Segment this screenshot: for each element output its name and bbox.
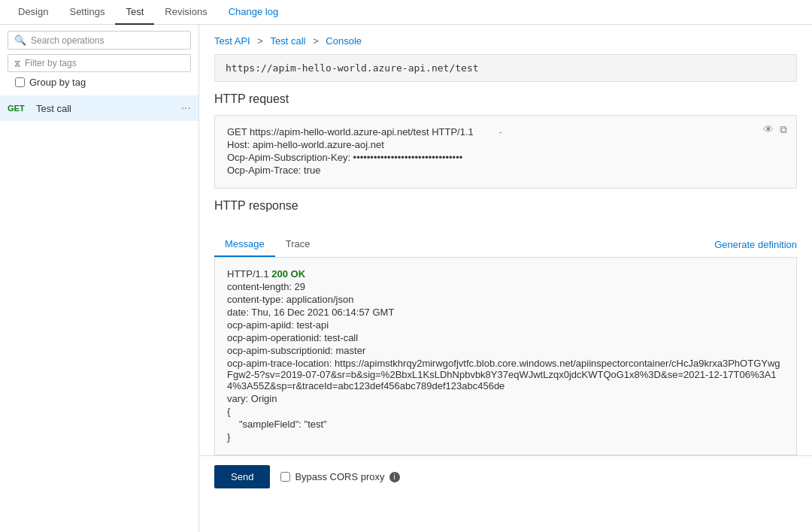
tab-settings[interactable]: Settings xyxy=(59,0,115,25)
group-by-label[interactable]: Group by tag xyxy=(29,77,86,88)
request-line-3: Ocp-Apim-Subscription-Key: •••••••••••••… xyxy=(227,152,784,163)
request-line-4: Ocp-Apim-Trace: true xyxy=(227,165,784,176)
response-line-6: ocp-apim-operationid: test-call xyxy=(227,332,784,343)
response-line-9: vary: Origin xyxy=(227,393,784,404)
response-line-11: "sampleField": "test" xyxy=(227,419,784,430)
response-line-3: content-type: application/json xyxy=(227,294,784,305)
breadcrumb-console[interactable]: Console xyxy=(326,35,362,47)
sidebar: 🔍 ⧖ Group by tag GET Test call ··· xyxy=(0,25,199,532)
group-by-checkbox-row: Group by tag xyxy=(8,72,191,92)
http-response-title: HTTP response xyxy=(214,199,797,213)
http-request-section: HTTP request 👁 ⧉ GET https://apim-hello-… xyxy=(199,92,812,199)
content-area: Test API > Test call > Console https://a… xyxy=(199,25,812,532)
search-input[interactable] xyxy=(31,35,184,46)
tab-test[interactable]: Test xyxy=(115,0,154,25)
response-line-12: } xyxy=(227,431,784,443)
response-body: HTTP/1.1 200 OK content-length: 29 conte… xyxy=(214,258,797,455)
request-line-2: Host: apim-hello-world.azure-aoj.net xyxy=(227,139,784,150)
url-bar: https://apim-hello-world.azure-api.net/t… xyxy=(214,54,797,82)
http-request-title: HTTP request xyxy=(214,92,797,106)
copy-icon[interactable]: ⧉ xyxy=(780,123,787,136)
filter-box[interactable]: ⧖ xyxy=(8,54,191,72)
response-line-7: ocp-apim-subscriptionid: master xyxy=(227,345,784,356)
bypass-cors-checkbox[interactable] xyxy=(280,472,290,482)
breadcrumb-sep-1: > xyxy=(257,35,265,47)
response-tabs: Message Trace Generate definition xyxy=(214,232,797,258)
filter-input[interactable] xyxy=(25,58,184,68)
bypass-cors-text: Bypass CORS proxy xyxy=(295,471,384,482)
sidebar-search-area: 🔍 ⧖ Group by tag xyxy=(0,25,198,95)
eye-icon[interactable]: 👁 xyxy=(763,123,774,136)
breadcrumb-test-api[interactable]: Test API xyxy=(214,35,250,47)
tab-changelog[interactable]: Change log xyxy=(218,0,289,25)
more-options-icon[interactable]: ··· xyxy=(181,101,191,115)
response-line-10: { xyxy=(227,406,784,417)
search-box[interactable]: 🔍 xyxy=(8,31,191,50)
tab-message[interactable]: Message xyxy=(214,232,275,257)
breadcrumb-test-call[interactable]: Test call xyxy=(271,35,306,47)
tab-design[interactable]: Design xyxy=(8,0,59,25)
breadcrumb: Test API > Test call > Console xyxy=(199,25,812,54)
item-label-test-call: Test call xyxy=(36,103,175,114)
http-request-box: 👁 ⧉ GET https://apim-hello-world.azure-a… xyxy=(214,115,797,189)
tab-revisions[interactable]: Revisions xyxy=(154,0,217,25)
sidebar-item-test-call[interactable]: GET Test call ··· xyxy=(0,95,198,121)
send-button[interactable]: Send xyxy=(214,465,270,488)
response-line-2: content-length: 29 xyxy=(227,281,784,292)
response-line-5: ocp-apim-apiid: test-api xyxy=(227,319,784,331)
method-badge-get: GET xyxy=(8,104,30,113)
search-icon: 🔍 xyxy=(14,35,26,46)
generate-definition-link[interactable]: Generate definition xyxy=(714,233,797,256)
bypass-cors-label[interactable]: Bypass CORS proxy i xyxy=(280,471,399,482)
request-line-1: GET https://apim-hello-world.azure-api.n… xyxy=(227,126,784,138)
app: Design Settings Test Revisions Change lo… xyxy=(0,0,812,532)
info-icon[interactable]: i xyxy=(389,472,400,482)
tab-trace[interactable]: Trace xyxy=(275,232,321,257)
bottom-bar: Send Bypass CORS proxy i xyxy=(199,455,812,497)
response-line-8: ocp-apim-trace-location: https://apimstk… xyxy=(227,358,784,391)
operations-list: GET Test call ··· xyxy=(0,95,198,532)
http-response-section: HTTP response xyxy=(199,199,812,232)
breadcrumb-sep-2: > xyxy=(313,35,321,47)
main-layout: 🔍 ⧖ Group by tag GET Test call ··· xyxy=(0,25,812,532)
filter-icon: ⧖ xyxy=(14,58,20,68)
group-by-checkbox[interactable] xyxy=(15,77,25,87)
response-line-status: HTTP/1.1 200 OK xyxy=(227,268,784,280)
response-line-4: date: Thu, 16 Dec 2021 06:14:57 GMT xyxy=(227,307,784,318)
top-nav: Design Settings Test Revisions Change lo… xyxy=(0,0,812,25)
request-box-icons: 👁 ⧉ xyxy=(763,123,787,136)
